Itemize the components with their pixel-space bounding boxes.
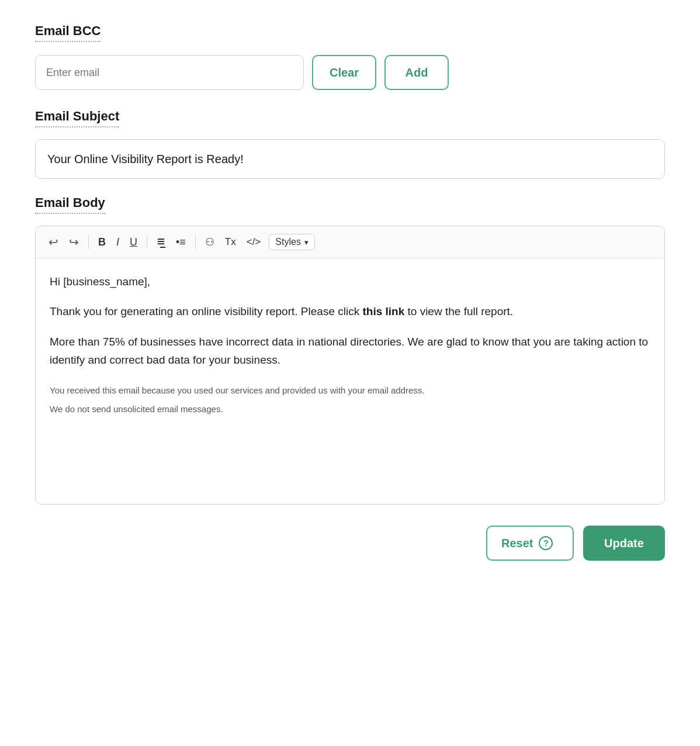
footer-paragraph: You received this email because you used… — [50, 381, 650, 417]
ordered-list-button[interactable]: ≡̲ — [152, 233, 170, 251]
paragraph1: Thank you for generating an online visib… — [50, 302, 650, 320]
email-bcc-section: Email BCC Clear Add — [35, 23, 665, 90]
editor-content-area[interactable]: Hi [business_name], Thank you for genera… — [36, 258, 664, 504]
paragraph2: More than 75% of businesses have incorre… — [50, 333, 650, 369]
email-bcc-label: Email BCC — [35, 23, 101, 42]
bottom-actions: Reset ? Update — [35, 526, 665, 561]
email-body-section: Email Body ↩ ↪ B I U ≡̲ •≡ — [35, 195, 665, 505]
italic-button[interactable]: I — [112, 233, 124, 251]
bcc-row: Clear Add — [35, 55, 665, 90]
toolbar-divider-3 — [195, 235, 196, 249]
toolbar-divider-1 — [88, 235, 89, 249]
redo-button[interactable]: ↪ — [64, 232, 84, 252]
footer-line1: You received this email because you used… — [50, 385, 424, 395]
chevron-down-icon: ▾ — [304, 238, 309, 247]
undo-button[interactable]: ↩ — [44, 232, 63, 252]
email-subject-input[interactable] — [35, 139, 665, 179]
bcc-email-input[interactable] — [35, 55, 304, 90]
greeting-paragraph: Hi [business_name], — [50, 272, 650, 291]
update-button[interactable]: Update — [583, 526, 665, 561]
footer-line2: We do not send unsolicited email message… — [50, 404, 223, 414]
link-button[interactable]: ⚇ — [200, 233, 219, 251]
underline-button[interactable]: U — [125, 233, 142, 251]
this-link: this link — [362, 305, 404, 317]
help-icon: ? — [539, 536, 553, 550]
email-body-label: Email Body — [35, 195, 105, 214]
bold-button[interactable]: B — [93, 233, 110, 251]
toolbar-divider-2 — [147, 235, 147, 249]
styles-dropdown[interactable]: Styles ▾ — [269, 234, 315, 250]
clear-format-button[interactable]: Tx — [220, 233, 241, 251]
reset-button[interactable]: Reset ? — [486, 526, 574, 561]
code-button[interactable]: </> — [242, 233, 266, 251]
editor-toolbar: ↩ ↪ B I U ≡̲ •≡ ⚇ — [36, 226, 664, 258]
unordered-list-button[interactable]: •≡ — [171, 233, 190, 251]
email-subject-label: Email Subject — [35, 109, 119, 127]
email-body-editor: ↩ ↪ B I U ≡̲ •≡ ⚇ — [35, 226, 665, 505]
clear-button[interactable]: Clear — [312, 55, 376, 90]
add-button[interactable]: Add — [384, 55, 449, 90]
email-subject-section: Email Subject — [35, 109, 665, 179]
